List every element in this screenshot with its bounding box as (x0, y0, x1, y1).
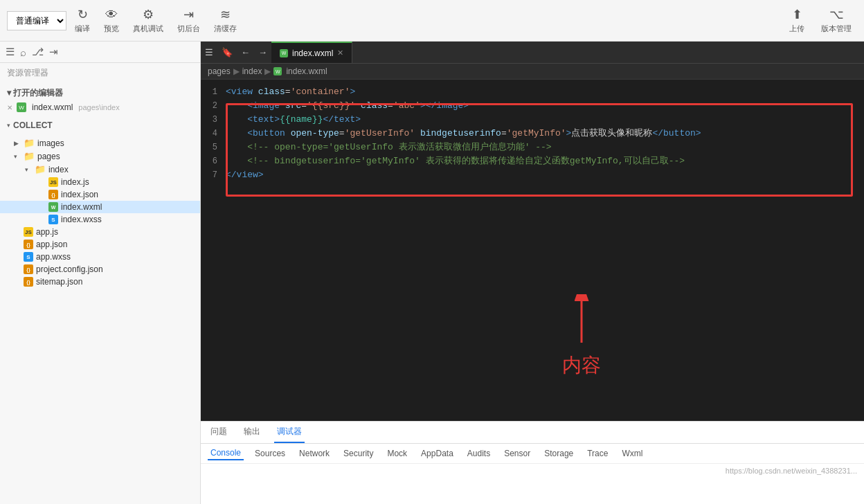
folder-icon-images: 📁 (24, 138, 35, 148)
bottom-tab-debugger[interactable]: 调试器 (274, 422, 305, 443)
breadcrumb-filename: index.wxml (286, 66, 327, 76)
compile-button[interactable]: ↻ 编译 (69, 4, 96, 37)
tab-close-icon[interactable]: ✕ (337, 48, 343, 57)
tree-item-app-js[interactable]: JS app.js (0, 226, 200, 238)
backend-button[interactable]: ⇥ 切后台 (172, 4, 206, 37)
bottom-tabs: 问题 输出 调试器 (201, 422, 864, 444)
device-test-icon: ⚙ (143, 7, 154, 22)
tree-label-app-wxss: app.wxss (36, 252, 71, 262)
device-test-button[interactable]: ⚙ 真机调试 (127, 4, 169, 37)
app-js-icon: JS (24, 227, 33, 237)
tab-bookmark-icon[interactable]: 🔖 (217, 47, 237, 57)
breadcrumb-pages: pages (208, 66, 231, 76)
bottom-tab-issues[interactable]: 问题 (208, 422, 230, 443)
console-tab-security[interactable]: Security (341, 447, 376, 460)
line-num-4: 4 (201, 127, 226, 141)
compile-icon: ↻ (78, 7, 88, 22)
code-line-7: 7 </view> (201, 168, 864, 182)
bottom-tab-output[interactable]: 输出 (241, 422, 263, 443)
code-container[interactable]: 1 <view class='container'> 2 <image src=… (201, 80, 864, 421)
tree-item-images[interactable]: ▶ 📁 images (0, 136, 200, 150)
tab-wxml-icon: W (280, 49, 288, 57)
sidebar-toolbar: ☰ ⌕ ⎇ ⇥ (0, 42, 200, 63)
console-tab-appdata[interactable]: AppData (418, 447, 456, 460)
tree-label-app-js: app.js (36, 227, 58, 237)
code-line-1: 1 <view class='container'> (201, 85, 864, 99)
opened-file-item[interactable]: ✕ W index.wxml pages\index (0, 100, 200, 114)
version-label: 版本管理 (821, 24, 852, 34)
console-tabs: Console Sources Network Security Mock Ap… (201, 444, 864, 464)
tree-item-index-wxss[interactable]: S index.wxss (0, 213, 200, 226)
tab-forward-icon[interactable]: → (254, 47, 271, 57)
line-content-2: <image src='{{src}}' class='abc'></image… (226, 99, 469, 113)
close-icon[interactable]: ✕ (7, 104, 12, 111)
tree-label-index-wxml: index.wxml (61, 202, 102, 212)
clear-cache-button[interactable]: ≋ 清缓存 (208, 4, 242, 37)
folder-arrow-icon-index: ▾ (25, 166, 33, 173)
console-tab-audits[interactable]: Audits (465, 447, 493, 460)
opened-filepath: pages\index (78, 103, 119, 111)
content-annotation: 内容 (561, 294, 602, 379)
tree-item-sitemap-json[interactable]: {} sitemap.json (0, 276, 200, 288)
sidebar-branch-icon[interactable]: ⎇ (32, 46, 44, 58)
opened-editors-label: ▾ 打开的编辑器 (0, 83, 200, 100)
console-tab-wxml[interactable]: Wxml (619, 447, 645, 460)
tree-item-pages[interactable]: ▾ 📁 pages (0, 150, 200, 163)
main-area: ☰ ⌕ ⎇ ⇥ 资源管理器 ▾ 打开的编辑器 ✕ W index.wxml pa… (0, 42, 864, 504)
console-tab-sources[interactable]: Sources (252, 447, 288, 460)
tree-item-index-js[interactable]: JS index.js (0, 176, 200, 188)
line-content-1: <view class='container'> (226, 85, 355, 99)
preview-label: 预览 (104, 24, 119, 34)
tab-back-icon[interactable]: ← (237, 47, 254, 57)
console-tab-console[interactable]: Console (208, 447, 244, 460)
wxml-icon: W (48, 202, 58, 212)
upload-icon: ⬆ (792, 7, 802, 22)
sidebar-layout-icon[interactable]: ☰ (6, 46, 15, 58)
app-wxss-icon: S (24, 252, 33, 262)
sitemap-json-icon: {} (24, 277, 33, 287)
backend-label: 切后台 (177, 24, 200, 34)
line-num-6: 6 (201, 154, 226, 168)
console-tab-network[interactable]: Network (296, 447, 332, 460)
tab-menu-icon[interactable]: ☰ (201, 47, 217, 57)
line-num-3: 3 (201, 113, 226, 127)
editor-tab-index-wxml[interactable]: W index.wxml ✕ (271, 42, 352, 63)
mode-select[interactable]: 普通编译 (7, 11, 66, 30)
collect-section: ▾ COLLECT (0, 117, 200, 134)
tree-item-app-json[interactable]: {} app.json (0, 238, 200, 251)
sidebar-arrow-icon[interactable]: ⇥ (49, 46, 58, 58)
toolbar: 普通编译 ↻ 编译 👁 预览 ⚙ 真机调试 ⇥ 切后台 ≋ 清缓存 ⬆ 上传 (0, 0, 864, 42)
clear-cache-label: 清缓存 (214, 24, 237, 34)
tree-label-index-wxss: index.wxss (61, 215, 102, 224)
version-button[interactable]: ⌥ 版本管理 (816, 4, 857, 37)
editor-main: ☰ 🔖 ← → W index.wxml ✕ pages ▶ index ▶ W… (201, 42, 864, 504)
opened-filename: index.wxml (32, 102, 73, 112)
sidebar-search-icon[interactable]: ⌕ (20, 46, 26, 58)
tree-item-index-folder[interactable]: ▾ 📁 index (0, 163, 200, 176)
breadcrumb-sep2: ▶ (264, 66, 271, 76)
tree-item-app-wxss[interactable]: S app.wxss (0, 251, 200, 263)
console-tab-mock[interactable]: Mock (384, 447, 410, 460)
preview-button[interactable]: 👁 预览 (98, 5, 125, 37)
tree-label-index-folder: index (48, 165, 69, 174)
code-line-5: 5 <!-- open-type='getUserInfo 表示激活获取微信用户… (201, 141, 864, 154)
toolbar-right: ⬆ 上传 ⌥ 版本管理 (784, 4, 857, 37)
collect-toggle[interactable]: ▾ COLLECT (0, 118, 200, 132)
js-icon: JS (48, 177, 58, 187)
line-num-1: 1 (201, 85, 226, 99)
file-tree: ▶ 📁 images ▾ 📁 pages ▾ 📁 index (0, 134, 200, 504)
console-tab-sensor[interactable]: Sensor (501, 447, 533, 460)
console-tab-storage[interactable]: Storage (541, 447, 576, 460)
line-num-7: 7 (201, 168, 226, 182)
folder-icon-index: 📁 (35, 164, 46, 174)
tree-item-index-wxml[interactable]: W index.wxml (0, 201, 200, 213)
tree-label-images: images (37, 138, 64, 148)
console-tab-trace[interactable]: Trace (584, 447, 611, 460)
editor-breadcrumb: pages ▶ index ▶ W index.wxml (201, 64, 864, 80)
upload-button[interactable]: ⬆ 上传 (784, 4, 810, 37)
version-icon: ⌥ (829, 7, 844, 22)
tree-item-project-json[interactable]: {} project.config.json (0, 263, 200, 276)
line-content-7: </view> (226, 168, 264, 182)
project-json-icon: {} (24, 264, 33, 274)
tree-item-index-json[interactable]: {} index.json (0, 188, 200, 201)
